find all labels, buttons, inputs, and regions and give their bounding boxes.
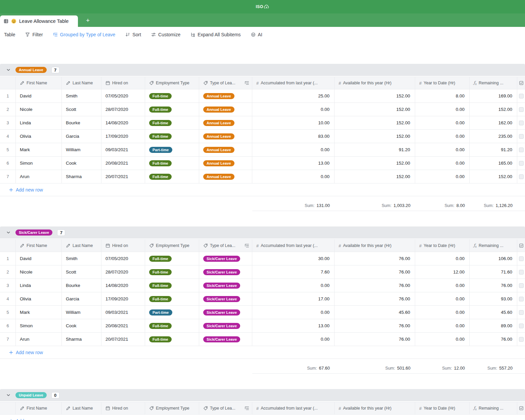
cell-available[interactable]: 152.00	[335, 130, 415, 143]
row-checkbox[interactable]	[519, 310, 524, 315]
cell-accumulated[interactable]: 0.00	[252, 143, 335, 157]
toolbar-table[interactable]: Table	[4, 32, 15, 37]
cell-employment_type[interactable]: Full-time	[145, 170, 199, 183]
cell-ytd[interactable]: 0.00	[415, 292, 470, 306]
cell-remaining[interactable]: 152.00	[470, 103, 517, 116]
cell-accumulated[interactable]: 25.00	[252, 89, 335, 103]
column-header-type_of_leave[interactable]: Type of Lea...	[199, 239, 252, 252]
cell-ytd[interactable]: 0.00	[415, 319, 470, 333]
row-checkbox[interactable]	[519, 161, 524, 166]
column-header-employment_type[interactable]: Employment Type	[145, 77, 199, 89]
cell-available[interactable]: 152.00	[335, 103, 415, 116]
column-header-remaining[interactable]: ƒxRemaining ...	[470, 239, 517, 252]
cell-row_num[interactable]: 7	[0, 170, 16, 183]
cell-first_name[interactable]: Linda	[16, 279, 62, 292]
cell-ytd[interactable]: 0.00	[415, 116, 470, 130]
cell-accumulated[interactable]: 0.00	[252, 333, 335, 346]
cell-accumulated[interactable]: 7.60	[252, 265, 335, 279]
cell-hired_on[interactable]: 09/03/2021	[101, 306, 145, 319]
cell-row_num[interactable]: 6	[0, 319, 16, 333]
cell-hired_on[interactable]: 14/08/2020	[101, 116, 145, 130]
column-header-hired_on[interactable]: Hired on	[101, 77, 145, 89]
cell-employment_type[interactable]: Full-time	[145, 319, 199, 333]
cell-hired_on[interactable]: 07/05/2020	[101, 252, 145, 265]
column-header-available[interactable]: #Available for this year (Hr)	[335, 239, 415, 252]
cell-hired_on[interactable]: 20/08/2021	[101, 319, 145, 333]
column-header-available[interactable]: #Available for this year (Hr)	[335, 77, 415, 89]
cell-last_name[interactable]: Bourke	[62, 279, 101, 292]
column-header-accumulated[interactable]: #Accumulated from last year (...	[252, 402, 335, 415]
cell-row_num[interactable]: 3	[0, 279, 16, 292]
cell-checkbox[interactable]	[517, 130, 525, 143]
toolbar-sort[interactable]: Sort	[125, 32, 141, 37]
cell-row_num[interactable]: 7	[0, 333, 16, 346]
column-header-first_name[interactable]: First Name	[16, 402, 62, 415]
cell-type_of_leave[interactable]: Annual Leave	[199, 116, 252, 130]
cell-remaining[interactable]: 93.00	[470, 292, 517, 306]
cell-accumulated[interactable]: 0.00	[252, 306, 335, 319]
cell-accumulated[interactable]: 0.00	[252, 103, 335, 116]
cell-last_name[interactable]: Garcia	[62, 292, 101, 306]
row-checkbox[interactable]	[519, 121, 524, 125]
cell-checkbox[interactable]	[517, 252, 525, 265]
cell-ytd[interactable]: 0.00	[415, 157, 470, 170]
column-header-accumulated[interactable]: #Accumulated from last year (...	[252, 77, 335, 89]
cell-available[interactable]: 152.00	[335, 116, 415, 130]
cell-first_name[interactable]: Arun	[16, 333, 62, 346]
cell-row_num[interactable]: 2	[0, 103, 16, 116]
column-header-last_name[interactable]: Last Name	[62, 77, 101, 89]
cell-last_name[interactable]: Cook	[62, 157, 101, 170]
cell-ytd[interactable]: 0.00	[415, 170, 470, 183]
cell-type_of_leave[interactable]: Annual Leave	[199, 157, 252, 170]
cell-type_of_leave[interactable]: Annual Leave	[199, 143, 252, 157]
column-header-first_name[interactable]: First Name	[16, 239, 62, 252]
cell-type_of_leave[interactable]: Sick/Carer Leave	[199, 292, 252, 306]
column-header-last_name[interactable]: Last Name	[62, 402, 101, 415]
cell-row_num[interactable]: 5	[0, 143, 16, 157]
cell-employment_type[interactable]: Full-time	[145, 333, 199, 346]
cell-first_name[interactable]: Simon	[16, 319, 62, 333]
cell-employment_type[interactable]: Full-time	[145, 89, 199, 103]
row-checkbox[interactable]	[519, 324, 524, 328]
cell-available[interactable]: 76.00	[335, 279, 415, 292]
cell-type_of_leave[interactable]: Sick/Carer Leave	[199, 333, 252, 346]
column-header-row_num[interactable]	[0, 77, 16, 89]
column-header-employment_type[interactable]: Employment Type	[145, 402, 199, 415]
cell-ytd[interactable]: 12.00	[415, 265, 470, 279]
cell-remaining[interactable]: 71.60	[470, 265, 517, 279]
column-header-row_num[interactable]	[0, 239, 16, 252]
cell-checkbox[interactable]	[517, 157, 525, 170]
toolbar-ai[interactable]: AI	[251, 32, 262, 37]
cell-hired_on[interactable]: 17/09/2020	[101, 130, 145, 143]
cell-ytd[interactable]: 0.00	[415, 279, 470, 292]
cell-last_name[interactable]: William	[62, 306, 101, 319]
cell-checkbox[interactable]	[517, 116, 525, 130]
cell-ytd[interactable]: 8.00	[415, 89, 470, 103]
cell-remaining[interactable]: 45.60	[470, 306, 517, 319]
column-header-first_name[interactable]: First Name	[16, 77, 62, 89]
row-checkbox[interactable]	[519, 134, 524, 139]
cell-remaining[interactable]: 89.00	[470, 319, 517, 333]
toolbar-grouped[interactable]: Grouped by Type of Leave	[53, 32, 116, 37]
column-header-type_of_leave[interactable]: Type of Lea...	[199, 402, 252, 415]
row-checkbox[interactable]	[519, 256, 524, 261]
row-checkbox[interactable]	[519, 270, 524, 275]
cell-checkbox[interactable]	[517, 143, 525, 157]
cell-ytd[interactable]: 0.00	[415, 306, 470, 319]
cell-available[interactable]: 91.20	[335, 143, 415, 157]
cell-hired_on[interactable]: 14/08/2020	[101, 279, 145, 292]
row-checkbox[interactable]	[519, 107, 524, 112]
cell-available[interactable]: 76.00	[335, 265, 415, 279]
cell-accumulated[interactable]: 17.00	[252, 292, 335, 306]
cell-type_of_leave[interactable]: Sick/Carer Leave	[199, 279, 252, 292]
cell-row_num[interactable]: 4	[0, 292, 16, 306]
column-header-remaining[interactable]: ƒxRemaining ...	[470, 77, 517, 89]
cell-checkbox[interactable]	[517, 319, 525, 333]
cell-first_name[interactable]: Mark	[16, 306, 62, 319]
cell-employment_type[interactable]: Full-time	[145, 130, 199, 143]
row-checkbox[interactable]	[519, 148, 524, 152]
column-header-ytd[interactable]: #Year to Date (Hr)	[415, 239, 470, 252]
cell-employment_type[interactable]: Full-time	[145, 103, 199, 116]
cell-first_name[interactable]: Linda	[16, 116, 62, 130]
cell-accumulated[interactable]: 0.00	[252, 279, 335, 292]
